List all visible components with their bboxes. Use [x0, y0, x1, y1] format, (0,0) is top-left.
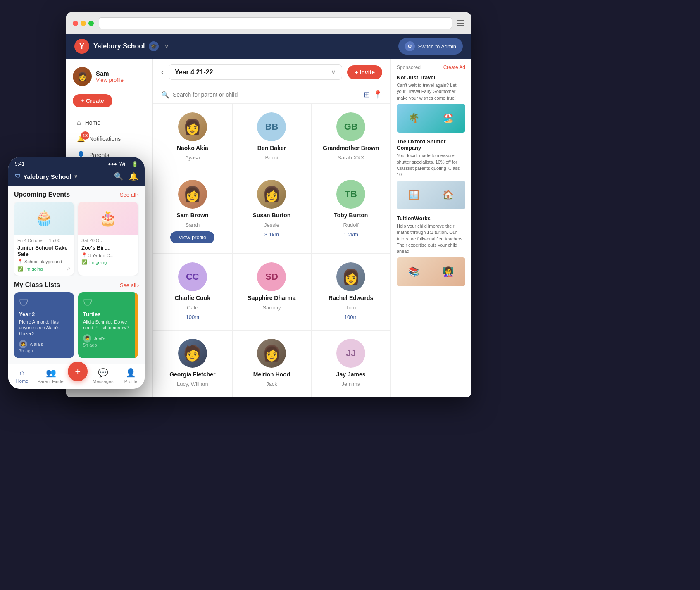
- year2-shield-icon: 🛡: [19, 297, 69, 309]
- sidebar-view-profile-link[interactable]: View profile: [96, 77, 124, 83]
- invite-button[interactable]: + Invite: [347, 65, 382, 79]
- upcoming-events-header: Upcoming Events See all ›: [14, 186, 139, 202]
- user-avatar: 👩: [73, 67, 92, 86]
- sidebar-item-notifications[interactable]: 🔔 18 Notifications: [73, 131, 146, 146]
- georgia-name: Georgia Fletcher: [169, 371, 215, 378]
- class-selector-dropdown[interactable]: Year 4 21-22 ∨: [169, 64, 342, 80]
- browser-menu-icon[interactable]: [457, 20, 464, 26]
- mobile-fab-button[interactable]: +: [68, 362, 88, 381]
- mobile-nav-profile[interactable]: 👤 Profile: [118, 368, 143, 384]
- mobile-nav-messages[interactable]: 💬 Messages: [90, 368, 115, 384]
- school-badge-icon: 🎓: [149, 41, 159, 51]
- turtles-orange-bar: [135, 292, 138, 358]
- charlie-avatar: CC: [178, 262, 207, 291]
- birthday-image: 🎂: [78, 202, 138, 235]
- mobile-shield-icon: 🛡: [15, 173, 21, 180]
- signal-icon: ●●●: [108, 161, 117, 167]
- sponsored-header: Sponsored Create Ad: [397, 64, 465, 70]
- sapphire-name: Sapphire Dharma: [248, 295, 296, 301]
- susan-name: Susan Burton: [253, 212, 291, 219]
- meirion-avatar: 👩: [257, 339, 286, 368]
- class-card-turtles[interactable]: 🛡 Turtles Alicia Schmidt: Do we need PE …: [78, 292, 138, 358]
- mobile-body: Upcoming Events See all › 🧁 Fri 4 Octobe…: [8, 186, 145, 364]
- toby-avatar: TB: [336, 180, 365, 209]
- ad-tuition-image[interactable]: 📚 👩‍🏫: [397, 257, 465, 286]
- mobile-nav-home[interactable]: ⌂ Home: [10, 368, 35, 383]
- battery-icon: 🔋: [132, 161, 138, 167]
- mobile-nav-parent-finder[interactable]: 👥 Parent Finder: [38, 368, 65, 384]
- address-bar[interactable]: [99, 17, 452, 29]
- toby-name: Toby Burton: [334, 212, 368, 219]
- birthday-info: Sat 20 Oct Zoe's Birt... 📍 3 Yarton C...…: [78, 235, 138, 268]
- birthday-going: ✅ I'm going: [81, 259, 135, 265]
- charlie-name: Charlie Cook: [175, 295, 210, 301]
- see-all-chevron-icon: ›: [137, 192, 139, 198]
- upcoming-title: Upcoming Events: [14, 191, 70, 198]
- school-name: Yalebury School: [93, 43, 145, 50]
- search-input[interactable]: [173, 91, 360, 98]
- ad-card-travel: Not Just Travel Can't wait to travel aga…: [397, 74, 465, 133]
- create-ad-link[interactable]: Create Ad: [443, 64, 465, 70]
- grandmother-name: Grandmother Brown: [323, 145, 379, 151]
- switch-admin-label: Switch to Admin: [418, 43, 457, 50]
- sam-brown-view-profile-button[interactable]: View profile: [170, 231, 214, 243]
- location-filter-button[interactable]: 📍: [373, 90, 382, 99]
- top-navigation: Y Yalebury School 🎓 ∨ ⚙ Switch to Admin: [66, 34, 471, 59]
- sam-brown-name: Sam Brown: [176, 212, 208, 219]
- sam-brown-avatar: 👩: [178, 180, 207, 209]
- year2-name: Year 2: [19, 311, 69, 317]
- mobile-school-chevron-icon[interactable]: ∨: [74, 174, 78, 179]
- profile-nav-icon: 👤: [126, 368, 136, 378]
- birthday-location-icon: 📍: [81, 252, 87, 258]
- switch-to-admin-button[interactable]: ⚙ Switch to Admin: [398, 38, 463, 55]
- mobile-search-icon[interactable]: 🔍: [114, 172, 123, 181]
- ad-shutter-image[interactable]: 🪟 🏠: [397, 181, 465, 209]
- messages-nav-icon: 💬: [98, 368, 108, 378]
- sidebar-notifications-label: Notifications: [89, 136, 121, 142]
- susan-child: Jessie: [264, 222, 279, 228]
- year2-poster-avatar: 👧: [19, 340, 27, 348]
- home-nav-icon: ⌂: [19, 368, 24, 377]
- close-dot[interactable]: [73, 21, 78, 26]
- top-nav-left: Y Yalebury School 🎓 ∨: [74, 39, 169, 54]
- year2-post-time: 7h ago: [19, 348, 69, 353]
- naoko-name: Naoko Akia: [177, 145, 208, 151]
- school-dropdown-icon[interactable]: ∨: [164, 43, 169, 50]
- minimize-dot[interactable]: [81, 21, 86, 26]
- share-icon[interactable]: ↗: [66, 266, 71, 272]
- grid-view-button[interactable]: ⊞: [364, 90, 370, 99]
- mobile-notifications-icon[interactable]: 🔔: [129, 172, 138, 181]
- parent-card-rachel: 👩 Rachel Edwards Tom 100m: [311, 254, 390, 331]
- class-lists-title: My Class Lists: [14, 281, 60, 289]
- events-row: 🧁 Fri 4 October – 15:00 Junior School Ca…: [14, 202, 139, 276]
- birthday-location: 📍 3 Yarton C...: [81, 252, 135, 258]
- maximize-dot[interactable]: [88, 21, 94, 26]
- messages-nav-label: Messages: [93, 379, 113, 384]
- meirion-child: Jack: [266, 381, 277, 387]
- jay-child: Jemima: [341, 381, 360, 387]
- georgia-child: Lucy, William: [177, 381, 208, 387]
- birthday-name: Zoe's Birt...: [81, 245, 135, 251]
- event-card-cake-sale[interactable]: 🧁 Fri 4 October – 15:00 Junior School Ca…: [14, 202, 74, 276]
- turtles-shield-icon: 🛡: [83, 297, 133, 309]
- rachel-avatar: 👩: [336, 262, 365, 291]
- class-card-year2[interactable]: 🛡 Year 2 Pierre Armand: Has anyone seen …: [14, 292, 74, 358]
- class-lists-see-all-link[interactable]: See all ›: [120, 282, 139, 288]
- birthday-going-icon: ✅: [81, 259, 87, 265]
- create-button[interactable]: + Create: [73, 94, 112, 107]
- ad-shutter-img-right: 🏠: [431, 181, 465, 209]
- back-arrow-button[interactable]: ‹: [161, 68, 164, 76]
- home-nav-label: Home: [16, 378, 28, 383]
- sidebar-item-home[interactable]: ⌂ Home: [73, 116, 146, 130]
- events-see-all-link[interactable]: See all ›: [120, 192, 139, 198]
- turtles-post-time: 5h ago: [83, 343, 133, 347]
- event-card-birthday[interactable]: 🎂 Sat 20 Oct Zoe's Birt... 📍 3 Yarton C.…: [78, 202, 138, 276]
- rachel-child: Tom: [346, 305, 356, 311]
- ad-travel-image[interactable]: 🌴 🏖️: [397, 104, 465, 133]
- sam-brown-child: Sarah: [185, 222, 200, 228]
- notification-count-badge: 18: [81, 131, 89, 140]
- ad-card-tuition: TuitionWorks Help your child improve the…: [397, 215, 465, 286]
- sapphire-child: Sammy: [262, 305, 281, 311]
- turtles-poster: 👦 Joel's: [83, 334, 133, 343]
- browser-dots: [73, 21, 94, 26]
